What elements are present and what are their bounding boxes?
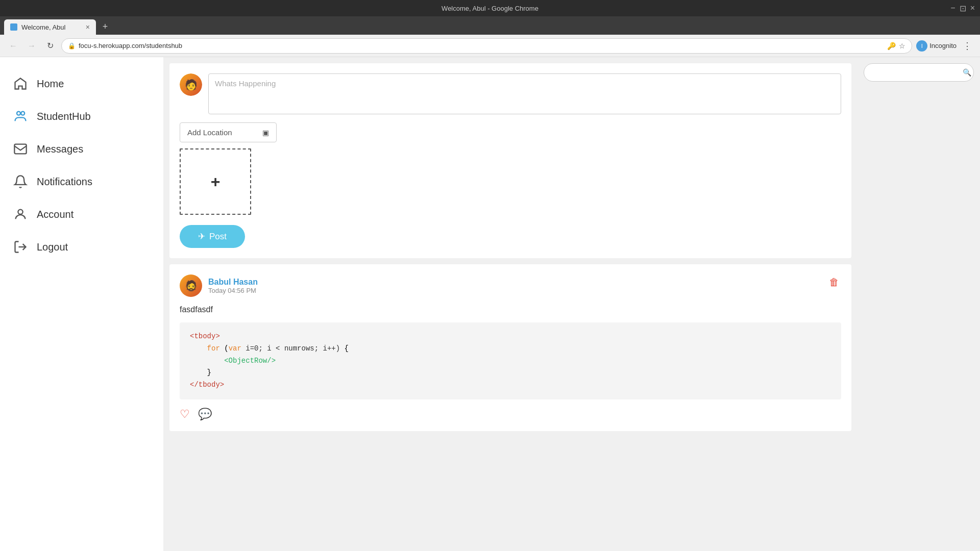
- post-send-icon: ✈: [198, 231, 205, 242]
- sidebar-label-studenthub: StudentHub: [37, 111, 91, 122]
- address-bar[interactable]: 🔒 focu-s.herokuapp.com/studentshub 🔑 ☆: [61, 38, 912, 54]
- lock-icon: 🔒: [68, 42, 76, 49]
- svg-point-3: [18, 210, 22, 214]
- svg-point-1: [21, 112, 24, 115]
- back-button[interactable]: ←: [6, 39, 20, 53]
- home-icon: [12, 76, 29, 92]
- sidebar-label-notifications: Notifications: [37, 176, 92, 188]
- browser-menu-button[interactable]: ⋮: [961, 40, 974, 52]
- star-icon[interactable]: ☆: [899, 42, 905, 50]
- upload-plus-icon: +: [211, 172, 220, 191]
- code-line-5: </tbody>: [190, 379, 831, 391]
- svg-point-0: [17, 112, 20, 115]
- add-location-button[interactable]: Add Location ▣: [180, 122, 277, 142]
- post-textarea[interactable]: [208, 73, 841, 114]
- address-actions: 🔑 ☆: [887, 42, 905, 50]
- post-code-block: <tbody> for (var i=0; i < numrows; i++) …: [180, 322, 841, 399]
- envelope-icon: [12, 141, 29, 157]
- main-content: 🧑 Add Location ▣ + ✈ Post 🧔: [163, 57, 857, 551]
- browser-title-bar: Welcome, Abul - Google Chrome − ⊡ ×: [0, 0, 980, 16]
- sidebar-label-home: Home: [37, 78, 64, 90]
- code-tag-close: </tbody>: [190, 381, 224, 389]
- sidebar-item-home[interactable]: Home: [0, 67, 163, 100]
- tab-label: Welcome, Abul: [21, 23, 65, 31]
- bell-icon: [12, 173, 29, 190]
- comment-button[interactable]: 💬: [198, 408, 212, 421]
- code-line-4: }: [190, 367, 831, 379]
- search-icon[interactable]: 🔍: [963, 68, 971, 77]
- window-controls[interactable]: − ⊡ ×: [950, 4, 975, 13]
- post-meta: Babul Hasan Today 04:56 PM: [208, 278, 258, 294]
- code-line-1: <tbody>: [190, 331, 831, 343]
- code-line-2: for (var i=0; i < numrows; i++) {: [190, 343, 831, 355]
- delete-post-button[interactable]: 🗑: [827, 274, 841, 290]
- person-icon: [12, 206, 29, 222]
- sidebar-item-studenthub[interactable]: StudentHub: [0, 100, 163, 133]
- maximize-button[interactable]: ⊡: [960, 4, 966, 13]
- url-text: focu-s.herokuapp.com/studentshub: [79, 42, 884, 49]
- search-box[interactable]: 🔍: [864, 63, 974, 82]
- post-button[interactable]: ✈ Post: [180, 225, 245, 248]
- browser-profile[interactable]: I Incognito: [916, 40, 957, 52]
- minimize-button[interactable]: −: [950, 4, 955, 13]
- profile-icon: I: [916, 40, 927, 52]
- svg-rect-2: [14, 144, 26, 154]
- sidebar-label-logout: Logout: [37, 241, 68, 253]
- sidebar-item-account[interactable]: Account: [0, 198, 163, 231]
- app-layout: Home StudentHub Messages: [0, 57, 980, 551]
- code-line-3: <ObjectRow/>: [190, 355, 831, 367]
- post-author-name[interactable]: Babul Hasan: [208, 278, 258, 287]
- logout-icon: [12, 239, 29, 255]
- post-header: 🧔 Babul Hasan Today 04:56 PM 🗑: [180, 274, 841, 297]
- post-author-avatar: 🧔: [180, 274, 202, 297]
- code-keyword-var: var: [229, 344, 241, 353]
- like-button[interactable]: ♡: [180, 408, 190, 421]
- right-sidebar: 🔍: [857, 57, 980, 551]
- browser-tab-active[interactable]: Welcome, Abul ×: [4, 19, 96, 35]
- profile-label: Incognito: [929, 42, 957, 49]
- post-actions: ♡ 💬: [180, 408, 841, 421]
- sidebar-item-notifications[interactable]: Notifications: [0, 165, 163, 198]
- browser-title: Welcome, Abul - Google Chrome: [442, 5, 538, 12]
- sidebar-item-messages[interactable]: Messages: [0, 133, 163, 165]
- browser-address-bar: ← → ↻ 🔒 focu-s.herokuapp.com/studentshub…: [0, 35, 980, 57]
- post-timestamp: Today 04:56 PM: [208, 287, 258, 294]
- search-input[interactable]: [870, 68, 960, 77]
- code-var-i: i=0; i < numrows; i++): [246, 344, 340, 353]
- code-component: <ObjectRow/>: [224, 357, 276, 365]
- image-upload-area[interactable]: +: [180, 148, 251, 215]
- sidebar-item-logout[interactable]: Logout: [0, 231, 163, 263]
- browser-tab-bar: Welcome, Abul × +: [0, 16, 980, 35]
- post-button-label: Post: [209, 232, 227, 242]
- forward-button[interactable]: →: [24, 39, 39, 53]
- sidebar-label-account: Account: [37, 209, 74, 220]
- tab-favicon: [10, 23, 17, 31]
- post-user-info: 🧔 Babul Hasan Today 04:56 PM: [180, 274, 258, 297]
- composer-avatar: 🧑: [180, 73, 202, 96]
- code-keyword-for: for: [207, 344, 220, 353]
- new-tab-button[interactable]: +: [98, 19, 112, 34]
- avatar-image: 🧑: [180, 73, 202, 96]
- close-button[interactable]: ×: [970, 4, 975, 13]
- post-card: 🧔 Babul Hasan Today 04:56 PM 🗑 fasdfasdf…: [169, 264, 851, 431]
- location-icon: ▣: [262, 129, 269, 137]
- sidebar: Home StudentHub Messages: [0, 57, 163, 551]
- bookmark-icon[interactable]: 🔑: [887, 42, 896, 50]
- tab-close-button[interactable]: ×: [86, 23, 90, 31]
- add-location-label: Add Location: [187, 128, 232, 137]
- refresh-button[interactable]: ↻: [43, 39, 57, 53]
- composer-top: 🧑: [180, 73, 841, 114]
- post-text: fasdfasdf: [180, 305, 841, 314]
- code-tag-open: <tbody>: [190, 332, 220, 340]
- sidebar-label-messages: Messages: [37, 143, 83, 155]
- people-icon: [12, 108, 29, 124]
- post-composer: 🧑 Add Location ▣ + ✈ Post: [169, 63, 851, 258]
